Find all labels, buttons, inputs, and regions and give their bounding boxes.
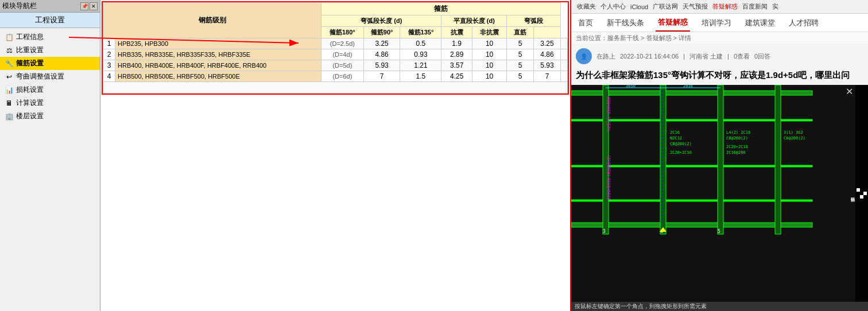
non-anti-seismic[interactable]: 5 xyxy=(507,71,534,82)
grade-name: HRB500, HRB500E, HRBF500, HRBF500E xyxy=(115,71,321,82)
question-title: 为什么非框架梁箍筋135°弯钩计算不对呀，应该是1.9d+5d吧，哪里出问 xyxy=(571,68,868,85)
panel-controls: 📌 ✕ xyxy=(80,2,98,10)
bend-arc-header: 弯弧段 xyxy=(507,15,561,27)
straight-length-header: 平直段长度 (d) xyxy=(441,15,507,27)
close-button[interactable]: ✕ xyxy=(90,2,98,10)
svg-text:3: 3 xyxy=(603,229,606,234)
cad-svg: 3650 2016 KL3(3) 250×500 C8@200(2) 2C20+… xyxy=(571,85,868,302)
v180[interactable]: 5.93 xyxy=(363,60,400,71)
straight-val[interactable]: 5.93 xyxy=(534,60,561,71)
table-row: 1 HPB235, HPB300 (D=2.5d) 3.25 0.5 1.9 1… xyxy=(103,38,568,49)
svg-text:2016: 2016 xyxy=(683,85,693,88)
sidebar-item-bend[interactable]: ↩ 弯曲调整值设置 xyxy=(0,70,100,83)
straight-val[interactable]: 3.25 xyxy=(534,38,561,49)
sidebar-item-project-info[interactable]: 📋 工程信息 xyxy=(0,30,100,44)
nav-talent[interactable]: 人才招聘 xyxy=(786,14,821,32)
post-location: 河南省 土建 xyxy=(689,52,723,61)
svg-text:2C16: 2C16 xyxy=(670,130,680,135)
nav-answers[interactable]: 答疑解惑 xyxy=(656,14,690,32)
nav-arch[interactable]: 建筑课堂 xyxy=(743,14,777,32)
sidebar-item-calc[interactable]: 🖩 计算设置 xyxy=(0,96,100,110)
bookmark-news[interactable]: 百度新闻 xyxy=(742,2,768,11)
bookmark-weather[interactable]: 天气预报 xyxy=(683,2,708,11)
v90[interactable]: 0.5 xyxy=(400,38,441,49)
grade-name: HRB335, HRB335E, HRB335F335, HRBF335E xyxy=(115,49,321,60)
bookmark-personal[interactable]: 个人中心 xyxy=(600,2,626,11)
v135[interactable]: 1.9 xyxy=(441,38,472,49)
v135[interactable]: 4.25 xyxy=(441,71,472,82)
rebar-table: 钢筋级别 箍筋 弯弧段长度 (d) 平直段长度 (d) xyxy=(103,2,568,94)
v180[interactable]: 4.86 xyxy=(363,49,400,60)
bookmark-favorites[interactable]: 收藏夹 xyxy=(577,2,596,11)
v180[interactable]: 3.25 xyxy=(363,38,400,49)
dim-col: (D=6d) xyxy=(321,71,364,82)
anti-seismic[interactable]: 10 xyxy=(472,71,506,82)
svg-text:C8@200(2): C8@200(2) xyxy=(726,136,748,141)
svg-text:2C20+2C18: 2C20+2C18 xyxy=(726,145,748,149)
nav-items: 📋 工程信息 ⚖ 比重设置 🔧 箍筋设置 ↩ 弯曲调整值设置 📊 损耗设置 🖩 … xyxy=(0,28,100,125)
nav-label: 比重设置 xyxy=(16,45,44,55)
bookmark-glodon[interactable]: 广联达网 xyxy=(653,2,678,11)
row-num: 2 xyxy=(103,49,115,60)
grade-col-header: 钢筋级别 xyxy=(103,3,321,38)
loss-icon: 📊 xyxy=(5,85,14,95)
rebar-table-container[interactable]: 钢筋级别 箍筋 弯弧段长度 (d) 平直段长度 (d) xyxy=(100,0,570,311)
bookmark-answers[interactable]: 答疑解惑 xyxy=(712,2,738,11)
pin-button[interactable]: 📌 xyxy=(80,2,88,10)
calc-icon: 🖩 xyxy=(5,99,14,108)
qr-sidebar: 扫码写册 xyxy=(855,85,868,302)
anti-seismic[interactable]: 10 xyxy=(472,38,506,49)
nav-label: 计算设置 xyxy=(16,98,44,108)
v90[interactable]: 1.21 xyxy=(400,60,441,71)
status-text: 按鼠标左键确定第一个角点，到拖拽矩形到所需元素 xyxy=(575,302,707,310)
svg-text:3650: 3650 xyxy=(626,85,636,88)
row-num: 1 xyxy=(103,38,115,49)
row-num: 4 xyxy=(103,71,115,82)
close-button-overlay[interactable]: ✕ xyxy=(846,86,853,97)
svg-text:C6@200(2): C6@200(2) xyxy=(784,136,805,141)
browser-bar: 收藏夹 个人中心 iCloud 广联达网 天气预报 答疑解惑 百度新闻 实 xyxy=(571,0,868,14)
extra-col xyxy=(560,60,567,71)
post-answers: 0回答 xyxy=(754,52,770,61)
extra-col xyxy=(560,38,567,49)
extra-col xyxy=(560,71,567,82)
site-nav: 首页 新干线头条 答疑解惑 培训学习 建筑课堂 人才招聘 xyxy=(571,14,868,32)
nav-label: 楼层设置 xyxy=(16,111,44,121)
v90[interactable]: 0.93 xyxy=(400,49,441,60)
panel-title: 模块导航栏 xyxy=(2,1,37,11)
sub-header-180: 箍筋180° xyxy=(321,27,364,38)
nav-headlines[interactable]: 新干线头条 xyxy=(604,14,646,32)
nav-label: 工程信息 xyxy=(16,32,44,42)
bookmark-icloud[interactable]: iCloud xyxy=(630,3,648,10)
non-anti-seismic[interactable]: 5 xyxy=(507,49,534,60)
table-row: 2 HRB335, HRB335E, HRB335F335, HRBF335E … xyxy=(103,49,568,60)
svg-text:2C16@200: 2C16@200 xyxy=(726,150,746,155)
sidebar-item-loss[interactable]: 📊 损耗设置 xyxy=(0,83,100,96)
bookmark-extra[interactable]: 实 xyxy=(772,2,778,11)
anti-seismic[interactable]: 10 xyxy=(472,60,506,71)
svg-text:2C20+2C16: 2C20+2C16 xyxy=(670,150,692,155)
svg-rect-13 xyxy=(660,85,666,234)
sidebar-item-floor[interactable]: 🏢 楼层设置 xyxy=(0,110,100,123)
weight-icon: ⚖ xyxy=(5,46,14,55)
left-panel: 模块导航栏 📌 ✕ 工程设置 📋 工程信息 ⚖ 比重设置 🔧 箍筋设置 ↩ 弯曲… xyxy=(0,0,100,311)
v180[interactable]: 7 xyxy=(363,71,400,82)
svg-text:3(1) 162: 3(1) 162 xyxy=(784,130,803,135)
table-row-empty xyxy=(103,82,568,94)
sidebar-item-rebar[interactable]: 🔧 箍筋设置 xyxy=(0,57,100,70)
sidebar-item-weight[interactable]: ⚖ 比重设置 xyxy=(0,44,100,57)
grade-name: HRB400, HRB400E, HRB400F, HRBF400E, RRB4… xyxy=(115,60,321,71)
straight-val[interactable]: 4.86 xyxy=(534,49,561,60)
anti-seismic[interactable]: 10 xyxy=(472,49,506,60)
nav-training[interactable]: 培训学习 xyxy=(699,14,734,32)
row-num: 3 xyxy=(103,60,115,71)
post-date: 2022-10-21 16:44:06 xyxy=(620,53,679,60)
v135[interactable]: 2.89 xyxy=(441,49,472,60)
non-anti-seismic[interactable]: 5 xyxy=(507,38,534,49)
v135[interactable]: 3.57 xyxy=(441,60,472,71)
nav-home[interactable]: 首页 xyxy=(576,14,595,32)
v90[interactable]: 1.5 xyxy=(400,71,441,82)
non-anti-seismic[interactable]: 5 xyxy=(507,60,534,71)
straight-val[interactable]: 7 xyxy=(534,71,561,82)
qr-code xyxy=(857,188,867,199)
